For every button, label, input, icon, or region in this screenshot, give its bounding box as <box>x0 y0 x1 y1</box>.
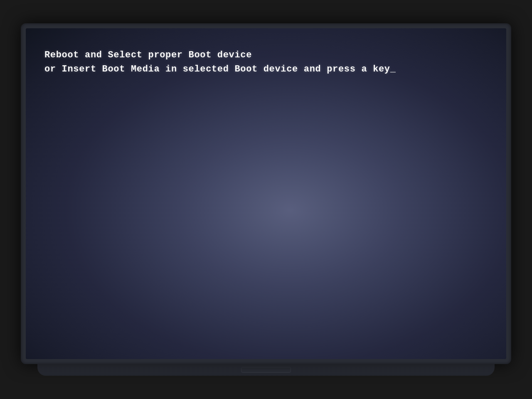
boot-line-1: Reboot and Select proper Boot device <box>44 48 488 62</box>
laptop-frame: Reboot and Select proper Boot device or … <box>21 23 511 364</box>
boot-error-message: Reboot and Select proper Boot device or … <box>44 48 488 76</box>
screen-bezel: Reboot and Select proper Boot device or … <box>26 28 506 359</box>
screen-display: Reboot and Select proper Boot device or … <box>26 28 506 359</box>
boot-line-2: or Insert Boot Media in selected Boot de… <box>44 62 488 76</box>
trackpad <box>241 367 291 373</box>
laptop-base <box>37 364 495 376</box>
